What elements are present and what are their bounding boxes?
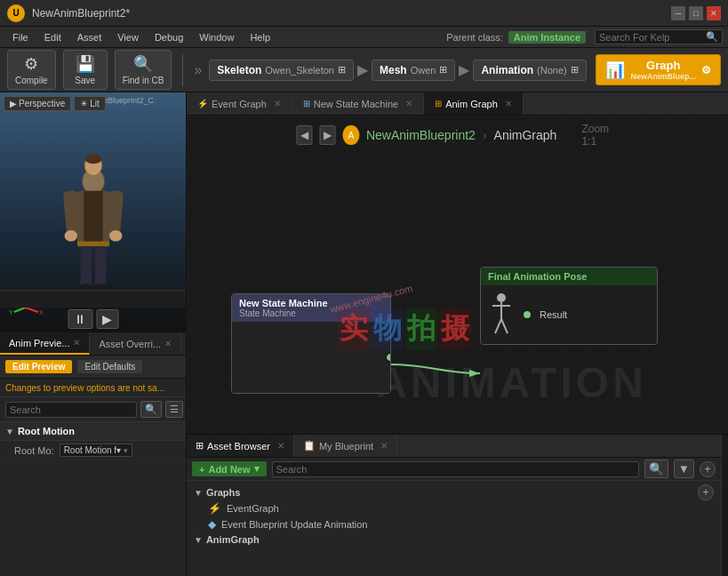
final-pose-node[interactable]: Final Animation Pose Result [480,267,658,345]
tab-anim-preview-label: Anim Previe... [9,338,69,348]
graph-breadcrumb: ◀ ▶ A NewAnimBlueprint2 › AnimGraph Zoom… [296,123,619,148]
graph-settings-icon[interactable]: ⚙ [701,64,711,76]
nav-back-button[interactable]: ◀ [296,125,312,145]
character-figure [488,292,515,337]
menu-asset[interactable]: Asset [70,30,109,44]
event-graph-item[interactable]: ⚡ EventGraph [194,500,714,516]
help-search-input[interactable] [599,32,706,43]
animation-label: Animation [481,64,533,76]
anim-search-input[interactable] [5,402,137,418]
mesh-browse-icon[interactable]: ⊞ [439,64,447,76]
perspective-arrow-icon: ▶ [10,99,17,108]
compile-button[interactable]: ⚙ Compile [7,50,56,90]
menu-view[interactable]: View [110,30,146,44]
breadcrumb-nav: Skeleton Owen_Skeleton ⊞ ▶ Mesh Owen ⊞ ▶… [209,60,588,81]
pause-button[interactable]: ⏸ [68,309,92,329]
menu-help[interactable]: Help [243,30,277,44]
vertical-scrollbar[interactable] [721,435,728,576]
perspective-toggle[interactable]: ▶ Perspective [4,96,71,111]
sun-icon: ☀ [80,99,88,108]
add-new-dropdown-icon: ▾ [254,463,260,475]
graphs-section-header: ▼ Graphs + [194,484,714,500]
add-new-button[interactable]: + Add New ▾ [192,461,267,476]
edit-defaults-button[interactable]: Edit Defaults [77,360,142,373]
anim-graph-icon: ⊞ [435,99,442,108]
toolbar-separator [182,54,183,86]
graph-button[interactable]: 📊 Graph NewAnimBluep... ⚙ [596,54,721,85]
playback-controls: ⏸ ▶ [68,309,118,329]
lit-toggle[interactable]: ☀ Lit [74,96,106,111]
svg-rect-13 [77,242,109,246]
tab-state-machine-label: New State Machine [314,99,398,109]
event-blueprint-item[interactable]: ◆ Event Blueprint Update Animation [194,516,714,532]
tab-anim-preview[interactable]: Anim Previe... ✕ [0,332,90,355]
list-view-button[interactable]: ☰ [165,401,183,418]
svg-rect-9 [80,245,92,290]
help-search[interactable]: 🔍 [595,29,723,44]
animation-breadcrumb[interactable]: Animation (None) ⊞ [473,60,586,81]
tab-new-state-machine[interactable]: ⊞ New State Machine ✕ [292,92,424,115]
timeline-scrubber[interactable] [0,290,186,308]
viewport[interactable]: ▶ Perspective ☀ Lit [0,92,186,332]
menubar: File Edit Asset View Debug Window Help P… [0,27,728,48]
add-new-label: Add New [208,464,250,475]
find-in-cb-button[interactable]: 🔍 Find in CB [115,50,172,90]
close-event-graph-icon[interactable]: ✕ [274,99,281,108]
graph-canvas[interactable]: ◀ ▶ A NewAnimBlueprint2 › AnimGraph Zoom… [187,116,728,434]
close-anim-preview-icon[interactable]: ✕ [73,338,80,348]
asset-browser-tabs: ⊞ Asset Browser ✕ 📋 My Blueprint ✕ [187,435,721,458]
close-state-machine-icon[interactable]: ✕ [405,99,412,108]
mesh-breadcrumb[interactable]: Mesh Owen ⊞ [372,60,455,81]
close-button[interactable]: ✕ [707,6,721,20]
state-machine-node[interactable]: New State Machine State Machine [231,293,391,394]
svg-rect-10 [94,245,106,290]
close-anim-graph-icon[interactable]: ✕ [505,99,512,108]
asset-search-input[interactable] [272,461,639,477]
menu-edit[interactable]: Edit [37,30,68,44]
app-logo: U [7,4,25,22]
root-motion-dropdown[interactable]: Root Motion f▾ ▾ [60,444,132,457]
parent-class-value[interactable]: Anim Instance [508,31,586,44]
final-pose-body: Result [481,285,657,344]
tab-asset-browser[interactable]: ⊞ Asset Browser ✕ [187,435,294,457]
minimize-button[interactable]: ─ [671,6,685,20]
svg-line-15 [14,308,25,312]
nav-forward-button[interactable]: ▶ [319,125,335,145]
event-blueprint-label: Event Blueprint Update Animation [221,519,368,530]
anim-search-button[interactable]: 🔍 [140,401,162,418]
final-pose-input-port[interactable] [522,309,532,320]
final-pose-header: Final Animation Pose [481,268,657,285]
state-machine-subtitle: State Machine [239,308,383,318]
graphs-add-button[interactable]: + [698,484,714,500]
save-label: Save [75,76,95,85]
asset-search-button[interactable]: 🔍 [644,460,668,478]
save-button[interactable]: 💾 Save [63,50,108,90]
breadcrumb-expand-icon: » [194,62,202,78]
menu-window[interactable]: Window [192,30,241,44]
compile-icon: ⚙ [24,54,38,74]
my-blueprint-tab-label: My Blueprint [319,441,373,452]
asset-filter-button[interactable]: ▼ [674,460,694,478]
find-label: Find in CB [123,76,164,85]
close-my-blueprint-icon[interactable]: ✕ [380,441,388,451]
tab-asset-override[interactable]: Asset Overri... ✕ [90,332,181,355]
menu-file[interactable]: File [5,30,36,44]
play-button[interactable]: ▶ [96,309,118,329]
edit-preview-button[interactable]: Edit Preview [5,360,72,373]
close-asset-override-icon[interactable]: ✕ [164,339,172,348]
asset-browser-content: ▼ Graphs + ⚡ EventGraph ◆ Event Blueprin… [187,481,721,576]
skeleton-breadcrumb[interactable]: Skeleton Owen_Skeleton ⊞ [209,60,354,81]
close-asset-browser-icon[interactable]: ✕ [277,441,284,451]
right-content: ⚡ Event Graph ✕ ⊞ New State Machine ✕ ⊞ … [187,92,728,576]
state-machine-output-port[interactable] [385,352,391,363]
maximize-button[interactable]: □ [689,6,703,20]
add-icon: + [199,464,204,475]
asset-add-circle-button[interactable]: + [700,461,716,477]
animation-browse-icon[interactable]: ⊞ [571,64,579,76]
edit-preview-bar: Edit Preview Edit Defaults [0,356,186,379]
tab-event-graph[interactable]: ⚡ Event Graph ✕ [187,92,292,115]
tab-anim-graph[interactable]: ⊞ Anim Graph ✕ [424,92,524,115]
menu-debug[interactable]: Debug [148,30,190,44]
tab-my-blueprint[interactable]: 📋 My Blueprint ✕ [294,435,397,457]
skeleton-browse-icon[interactable]: ⊞ [338,64,346,76]
